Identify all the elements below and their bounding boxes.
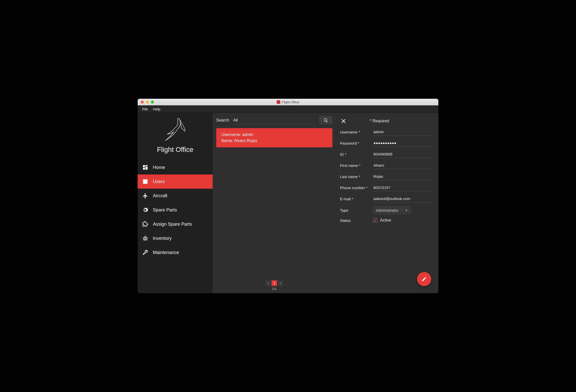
sidebar-item-aircraft[interactable]: Aircraft [138, 189, 213, 203]
app-body: Flight Office Home Users Aircraft Spare [138, 113, 438, 293]
label-id: ID * [340, 152, 373, 156]
app-window: Flight Office File Help Flight Office Ho… [138, 99, 438, 293]
traffic-lights [141, 101, 154, 104]
sidebar-item-label: Aircraft [153, 193, 167, 199]
sidebar-item-label: Maintenance [153, 250, 179, 255]
window-title-text: Flight Office [282, 100, 299, 104]
wrench-icon [142, 249, 148, 256]
type-select[interactable]: Administrator [373, 206, 411, 214]
label-password: Password * [340, 141, 373, 145]
menubar: File Help [138, 105, 438, 113]
label-type: Type [340, 208, 373, 212]
close-detail-button[interactable] [340, 117, 347, 125]
id-field[interactable] [373, 150, 432, 158]
basket-icon [142, 235, 148, 241]
pager: ‹ 1 › 1/1 [265, 280, 283, 291]
label-phone: Phone number * [340, 186, 373, 190]
user-form: Username * Password * ID * First name * … [340, 128, 432, 223]
sidebar-item-users[interactable]: Users [138, 174, 213, 189]
sidebar-item-inventory[interactable]: Inventory [138, 231, 213, 245]
pager-total: 1/1 [265, 287, 283, 291]
label-email: E-mail * [340, 197, 373, 201]
search-label: Search [216, 118, 229, 123]
last-name-field[interactable] [373, 173, 432, 180]
brand-text: Flight Office [138, 146, 213, 154]
user-icon [142, 179, 148, 185]
label-status: Status [340, 218, 373, 223]
nav: Home Users Aircraft Spare Parts Assign S… [138, 160, 213, 260]
extension-icon [142, 221, 148, 227]
window-title: Flight Office [277, 100, 299, 104]
password-field[interactable] [373, 139, 432, 147]
check-icon [373, 219, 377, 222]
close-icon [341, 118, 346, 124]
crane-logo-icon [160, 116, 190, 144]
sidebar-item-label: Home [153, 165, 165, 170]
edit-fab[interactable] [417, 272, 431, 286]
gear-icon [142, 207, 148, 213]
sidebar-item-label: Assign Spare Parts [153, 222, 192, 227]
status-text: Active [380, 218, 391, 223]
detail-pane: * Required Username * Password * ID * Fi… [336, 113, 438, 293]
pager-page-1[interactable]: 1 [272, 280, 277, 286]
required-note: * Required [370, 119, 389, 123]
pencil-icon [421, 276, 427, 282]
sidebar-item-home[interactable]: Home [138, 160, 213, 174]
phone-field[interactable] [373, 184, 432, 191]
titlebar: Flight Office [138, 99, 438, 105]
search-icon [323, 118, 328, 123]
label-last-name: Last name * [340, 174, 373, 179]
app-icon [277, 100, 280, 104]
sidebar-item-label: Spare Parts [153, 207, 177, 213]
pager-prev[interactable]: ‹ [265, 280, 271, 286]
chevron-down-icon [405, 209, 408, 212]
first-name-field[interactable] [373, 162, 432, 169]
label-username: Username * [340, 130, 373, 134]
status-checkbox[interactable] [373, 218, 377, 223]
search-button[interactable] [319, 116, 332, 125]
main-content: Search Username: admin Name: Alvaro Roja… [213, 113, 438, 293]
user-card[interactable]: Username: admin Name: Alvaro Rojas [216, 128, 332, 147]
sidebar-item-label: Inventory [153, 236, 172, 241]
zoom-window-button[interactable] [151, 101, 154, 104]
menu-help[interactable]: Help [153, 107, 160, 111]
username-field[interactable] [373, 128, 432, 136]
card-line-2: Name: Alvaro Rojas [221, 138, 327, 144]
logo-area: Flight Office [138, 113, 213, 158]
minimize-window-button[interactable] [146, 101, 149, 104]
search-input[interactable] [233, 116, 316, 124]
airplane-icon [142, 193, 148, 199]
sidebar-item-maintenance[interactable]: Maintenance [138, 245, 213, 260]
menu-file[interactable]: File [142, 107, 148, 111]
dashboard-icon [142, 164, 148, 170]
email-field[interactable] [373, 195, 432, 203]
card-line-1: Username: admin [221, 132, 327, 138]
close-window-button[interactable] [141, 101, 144, 104]
list-pane: Search Username: admin Name: Alvaro Roja… [213, 113, 336, 293]
pager-next[interactable]: › [278, 280, 283, 286]
sidebar-item-assign-spare-parts[interactable]: Assign Spare Parts [138, 217, 213, 231]
type-select-value: Administrator [376, 208, 398, 212]
label-first-name: First name * [340, 163, 373, 168]
search-row: Search [216, 116, 332, 125]
sidebar-item-spare-parts[interactable]: Spare Parts [138, 203, 213, 217]
sidebar: Flight Office Home Users Aircraft Spare [138, 113, 213, 293]
sidebar-item-label: Users [153, 179, 165, 184]
